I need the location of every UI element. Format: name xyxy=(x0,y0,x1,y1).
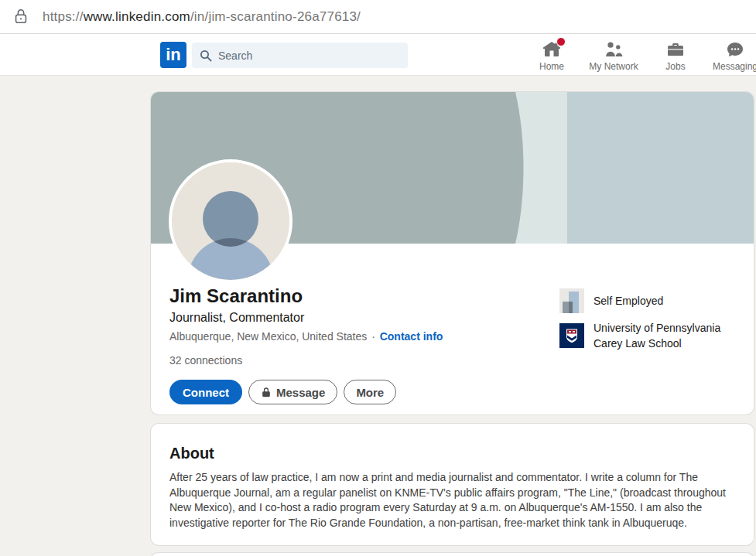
profile-name: Jim Scarantino xyxy=(169,285,443,307)
next-section-card xyxy=(151,553,754,556)
nav-item-jobs[interactable]: Jobs xyxy=(645,40,706,74)
about-section-title: About xyxy=(169,445,214,462)
connections-count[interactable]: 32 connections xyxy=(169,354,443,367)
linkedin-navbar: in Home My Network xyxy=(0,34,756,76)
nav-label-my-network: My Network xyxy=(589,61,638,72)
self-employed-logo xyxy=(559,288,584,313)
education-link[interactable]: University of Pennsylvania Carey Law Sch… xyxy=(559,320,748,351)
browser-address-bar[interactable]: https://www.linkedin.com/in/jim-scaranti… xyxy=(0,0,756,34)
message-button[interactable]: Message xyxy=(248,380,337,404)
search-box[interactable] xyxy=(192,43,408,68)
connect-button[interactable]: Connect xyxy=(169,380,242,404)
search-input[interactable] xyxy=(218,49,388,62)
profile-card: Jim Scarantino Journalist, Commentator A… xyxy=(151,92,754,414)
location-separator: · xyxy=(370,330,377,343)
linkedin-logo[interactable]: in xyxy=(160,42,186,68)
jobs-icon xyxy=(666,40,685,59)
profile-location: Albuquerque, New Mexico, United States xyxy=(169,330,367,343)
current-company-link[interactable]: Self Employed xyxy=(559,288,748,313)
company-name: Self Employed xyxy=(594,293,748,309)
messaging-icon xyxy=(726,40,744,59)
search-icon xyxy=(200,49,212,62)
ssl-lock-icon[interactable] xyxy=(12,8,29,26)
home-notification-badge xyxy=(556,37,566,46)
school-name: University of Pennsylvania Carey Law Sch… xyxy=(594,320,748,351)
lock-icon xyxy=(261,387,272,397)
default-avatar-icon xyxy=(172,162,289,280)
url-domain: www.linkedin.com xyxy=(84,9,190,25)
profile-photo[interactable] xyxy=(169,159,292,283)
about-text: After 25 years of law practice, I am now… xyxy=(169,470,737,530)
action-buttons: Connect Message More xyxy=(169,380,443,404)
location-row: Albuquerque, New Mexico, United States ·… xyxy=(169,330,443,343)
nav-item-home[interactable]: Home xyxy=(521,40,583,74)
more-button[interactable]: More xyxy=(344,380,396,404)
message-button-label: Message xyxy=(276,386,325,399)
url-text[interactable]: https://www.linkedin.com/in/jim-scaranti… xyxy=(43,0,361,33)
url-scheme: https:// xyxy=(43,9,84,25)
nav-label-messaging: Messaging xyxy=(713,61,756,72)
nav-item-messaging[interactable]: Messaging xyxy=(704,40,756,74)
home-icon xyxy=(542,40,561,59)
affiliations: Self Employed University of Pennsylvania… xyxy=(559,288,748,351)
nav-label-home: Home xyxy=(539,61,564,72)
my-network-icon xyxy=(604,40,623,59)
profile-headline: Journalist, Commentator xyxy=(169,311,443,325)
contact-info-link[interactable]: Contact info xyxy=(380,330,443,343)
about-card: About After 25 years of law practice, I … xyxy=(151,424,754,545)
nav-item-my-network[interactable]: My Network xyxy=(583,40,645,74)
nav-label-jobs: Jobs xyxy=(665,61,685,72)
url-path: /in/jim-scarantino-26a77613/ xyxy=(190,9,361,25)
penn-law-logo xyxy=(559,323,584,348)
